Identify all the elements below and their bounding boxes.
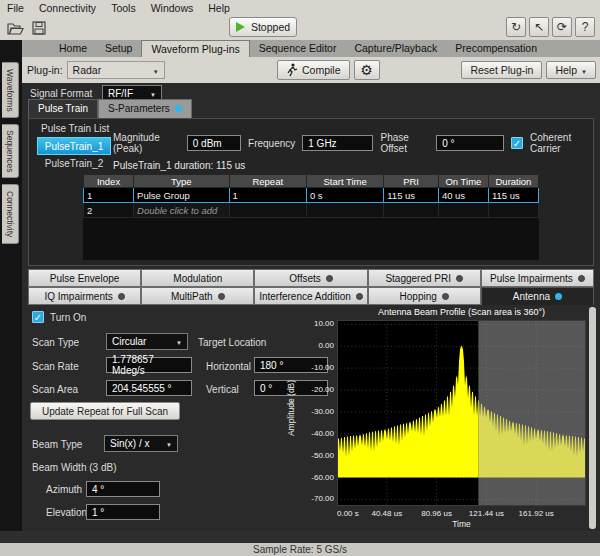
- status-dot-icon: [578, 275, 585, 282]
- radar-plugin-panel: Signal Format RF/IF Pulse TrainS-Paramet…: [22, 83, 600, 531]
- rail-tab-sequences[interactable]: Sequences: [2, 124, 19, 178]
- pulse-table: IndexTypeRepeatStart TimePRIOn TimeDurat…: [83, 174, 539, 218]
- beam-type-value: Sin(x) / x: [110, 438, 149, 449]
- tab-home[interactable]: Home: [50, 40, 96, 57]
- list-item-pulsetrain-2[interactable]: PulseTrain_2: [37, 155, 111, 173]
- gear-icon: [360, 62, 373, 78]
- restore-icon[interactable]: ↖: [529, 17, 549, 37]
- run-state-button[interactable]: Stopped: [229, 17, 297, 37]
- tab-label: Interference Addition: [259, 291, 351, 302]
- beam-type-select[interactable]: Sin(x) / x: [104, 435, 178, 452]
- tab-capture-playback[interactable]: Capture/Playback: [345, 40, 446, 57]
- azimuth-input[interactable]: 4 °: [86, 481, 160, 497]
- table-cell[interactable]: [229, 203, 306, 218]
- pulse-train-panel: Pulse Train List PulseTrain_1PulseTrain_…: [28, 118, 594, 266]
- list-item-pulsetrain-1[interactable]: PulseTrain_1: [37, 137, 111, 155]
- tab-offsets[interactable]: Offsets: [254, 269, 367, 287]
- compile-settings-button[interactable]: [354, 60, 380, 80]
- tab-hopping[interactable]: Hopping: [368, 287, 481, 305]
- table-cell[interactable]: 2: [84, 203, 134, 218]
- menu-tools[interactable]: Tools: [111, 2, 136, 14]
- tab-label: IQ Impairments: [44, 291, 112, 302]
- column-header-type[interactable]: Type: [134, 175, 230, 188]
- table-cell[interactable]: [384, 203, 439, 218]
- column-header-start-time[interactable]: Start Time: [306, 175, 383, 188]
- column-header-index[interactable]: Index: [84, 175, 134, 188]
- phase-offset-input[interactable]: 0 °: [436, 135, 504, 151]
- table-cell[interactable]: 1: [84, 188, 134, 203]
- plugin-bar-right: Reset Plug-in Help: [461, 61, 596, 79]
- table-cell[interactable]: 115 us: [488, 188, 538, 203]
- chart-rest-region: [478, 320, 586, 506]
- tab-setup[interactable]: Setup: [96, 40, 141, 57]
- phase-offset-label: Phase Offset: [380, 132, 429, 154]
- column-header-on-time[interactable]: On Time: [438, 175, 488, 188]
- column-header-duration[interactable]: Duration: [488, 175, 538, 188]
- pulse-train-list: PulseTrain_1PulseTrain_2: [37, 137, 111, 173]
- about-help-icon[interactable]: ?: [575, 17, 595, 37]
- tab-pulse-train[interactable]: Pulse Train: [28, 99, 98, 118]
- rail-tab-connectivity[interactable]: Connectivity: [2, 184, 19, 244]
- antenna-beam-chart: [337, 320, 586, 506]
- tab-precompensation[interactable]: Precompensation: [446, 40, 546, 57]
- menu-connectivity[interactable]: Connectivity: [39, 2, 96, 14]
- status-dot-icon: [456, 275, 463, 282]
- table-cell[interactable]: [306, 203, 383, 218]
- table-cell[interactable]: [488, 203, 538, 218]
- scan-area-input[interactable]: 204.545555 °: [106, 380, 192, 396]
- coherent-carrier-checkbox[interactable]: [511, 137, 523, 149]
- x-axis-tick-label: 121.44 us: [469, 509, 504, 518]
- table-cell[interactable]: 115 us: [384, 188, 439, 203]
- table-cell[interactable]: 1: [229, 188, 306, 203]
- x-axis-labels: 0.00 s40.48 us80.96 us121.44 us161.92 us: [337, 509, 586, 519]
- table-cell[interactable]: 0 s: [306, 188, 383, 203]
- refresh-icon[interactable]: ↻: [506, 17, 526, 37]
- menu-windows[interactable]: Windows: [151, 2, 194, 14]
- column-header-pri[interactable]: PRI: [384, 175, 439, 188]
- tab-interference-addition[interactable]: Interference Addition: [254, 287, 367, 305]
- menu-file[interactable]: File: [7, 2, 24, 14]
- main-tab-bar: HomeSetupWaveform Plug-insSequence Edito…: [22, 40, 600, 57]
- open-file-icon[interactable]: [5, 18, 25, 37]
- run-state-label: Stopped: [251, 21, 290, 33]
- tab-label: Antenna: [513, 291, 550, 302]
- reload-icon[interactable]: ⟳: [552, 17, 572, 37]
- table-row[interactable]: 2Double click to add: [84, 203, 539, 218]
- scan-type-select[interactable]: Circular: [106, 333, 188, 350]
- table-cell[interactable]: Double click to add: [134, 203, 230, 218]
- tab-waveform-plug-ins[interactable]: Waveform Plug-ins: [141, 40, 249, 57]
- x-axis-tick-label: 161.92 us: [519, 509, 554, 518]
- update-repeat-button[interactable]: Update Repeat for Full Scan: [30, 402, 180, 420]
- table-row[interactable]: 1Pulse Group10 s115 us40 us115 us: [84, 188, 539, 203]
- table-cell[interactable]: Pulse Group: [134, 188, 230, 203]
- tab-pulse-impairments[interactable]: Pulse Impairments: [481, 269, 594, 287]
- tab-label: Hopping: [400, 291, 437, 302]
- menu-help[interactable]: Help: [208, 2, 230, 14]
- frequency-input[interactable]: 1 GHz: [302, 135, 373, 151]
- table-cell[interactable]: 40 us: [438, 188, 488, 203]
- tab-modulation[interactable]: Modulation: [141, 269, 254, 287]
- tab-pulse-envelope[interactable]: Pulse Envelope: [28, 269, 141, 287]
- tab-s-parameters[interactable]: S-Parameters: [98, 99, 192, 118]
- signal-format-label: Signal Format: [30, 88, 92, 99]
- tab-multipath[interactable]: MultiPath: [141, 287, 254, 305]
- compile-button[interactable]: Compile: [277, 60, 350, 80]
- column-header-repeat[interactable]: Repeat: [229, 175, 306, 188]
- tab-staggered-pri[interactable]: Staggered PRI: [368, 269, 481, 287]
- magnitude-input[interactable]: 0 dBm: [187, 135, 241, 151]
- rail-tab-waveforms[interactable]: Waveforms: [2, 62, 19, 118]
- table-cell[interactable]: [438, 203, 488, 218]
- turn-on-checkbox[interactable]: [32, 311, 44, 323]
- tab-iq-impairments[interactable]: IQ Impairments: [28, 287, 141, 305]
- pulse-train-list-title: Pulse Train List: [41, 123, 109, 134]
- sample-rate-text: Sample Rate: 5 GS/s: [253, 544, 347, 555]
- antenna-scrollbar[interactable]: [589, 307, 596, 529]
- reset-plugin-button[interactable]: Reset Plug-in: [461, 61, 542, 79]
- tab-sequence-editor[interactable]: Sequence Editor: [250, 40, 346, 57]
- help-button[interactable]: Help: [546, 61, 596, 79]
- plugin-select[interactable]: Radar: [67, 61, 165, 79]
- scan-rate-input[interactable]: 1.778657 Mdeg/s: [106, 357, 192, 373]
- tab-antenna[interactable]: Antenna: [481, 287, 594, 305]
- elevation-input[interactable]: 1 °: [86, 504, 160, 520]
- save-icon[interactable]: [29, 18, 49, 37]
